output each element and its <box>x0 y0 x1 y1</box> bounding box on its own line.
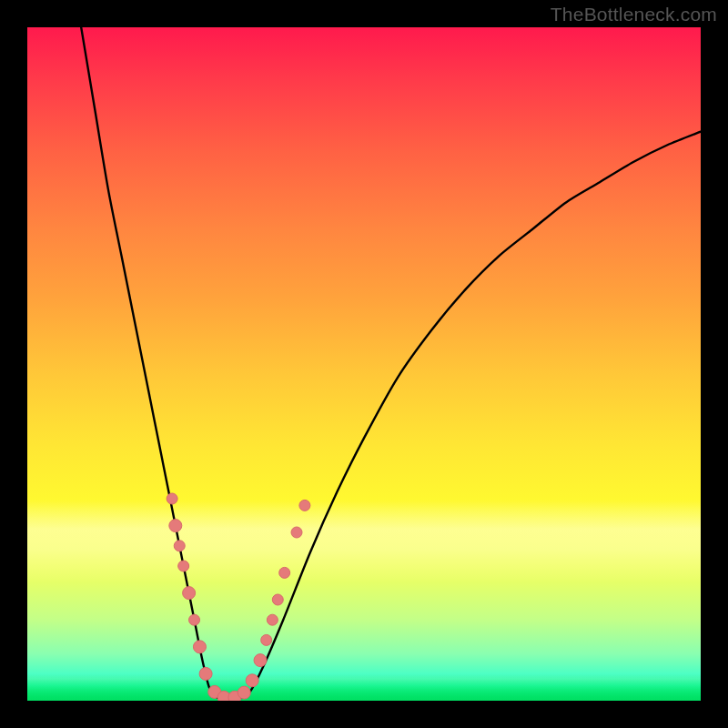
scatter-dot <box>279 567 290 578</box>
scatter-dot <box>238 686 250 699</box>
bottleneck-curve <box>81 27 701 700</box>
scatter-dot <box>178 561 189 571</box>
curve-svg <box>27 27 701 701</box>
watermark-text: TheBottleneck.com <box>551 4 717 25</box>
scatter-dot <box>189 614 200 625</box>
scatter-dot <box>169 520 182 532</box>
scatter-dot <box>267 614 278 625</box>
scatter-dot <box>183 587 196 600</box>
scatter-dots <box>167 493 310 701</box>
scatter-dot <box>167 493 177 504</box>
scatter-dot <box>174 541 185 551</box>
scatter-dot <box>199 667 212 680</box>
chart-frame: TheBottleneck.com <box>0 0 728 728</box>
scatter-dot <box>254 654 267 667</box>
scatter-dot <box>299 500 310 511</box>
plot-area <box>27 27 701 701</box>
scatter-dot <box>272 594 283 605</box>
scatter-dot <box>291 527 302 538</box>
scatter-dot <box>261 634 272 645</box>
scatter-dot <box>246 674 258 687</box>
scatter-dot <box>193 641 206 653</box>
